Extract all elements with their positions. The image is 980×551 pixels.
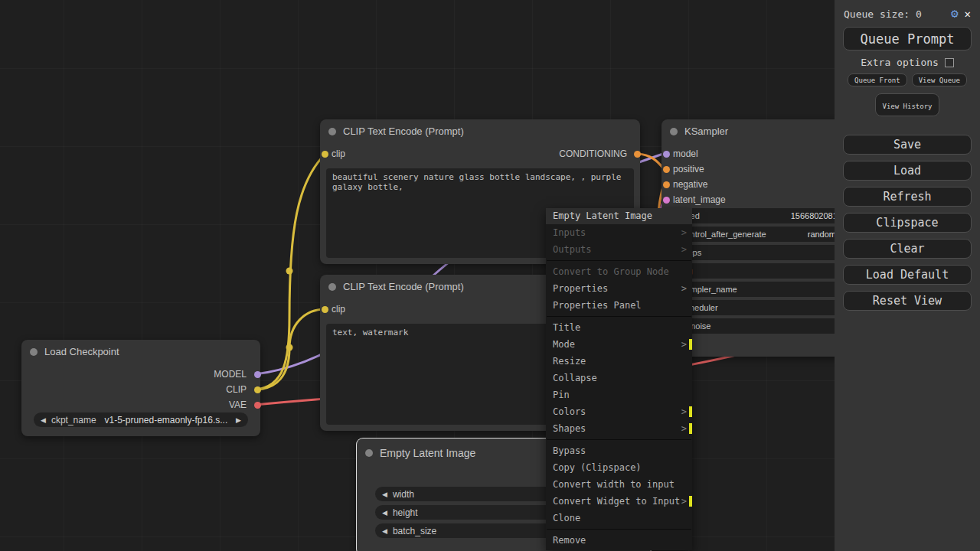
- menu-separator: [547, 439, 691, 440]
- control-after-generate-label: control_after_generate: [681, 230, 766, 239]
- combo-left-arrow-icon[interactable]: ◀: [41, 416, 46, 424]
- negative-input-label: negative: [673, 179, 707, 190]
- submenu-accent-bar: [689, 496, 692, 507]
- collapse-dot-icon[interactable]: [30, 348, 38, 356]
- width-label: width: [393, 489, 414, 500]
- widget-left-arrow-icon[interactable]: ◀: [382, 527, 387, 535]
- menu-item-remove[interactable]: Remove: [546, 532, 692, 549]
- load-default-button[interactable]: Load Default: [843, 265, 972, 285]
- context-menu-title: Empty Latent Image: [546, 208, 692, 224]
- ckpt-name-label: ckpt_name: [51, 415, 96, 425]
- menu-item-mode[interactable]: Mode>: [546, 336, 692, 353]
- close-icon[interactable]: ✕: [965, 8, 971, 20]
- node-header: CLIP Text Encode (Prompt): [320, 119, 640, 143]
- save-button[interactable]: Save: [843, 135, 972, 155]
- collapse-dot-icon[interactable]: [365, 449, 373, 457]
- collapse-dot-icon[interactable]: [328, 283, 336, 291]
- comfy-menu-panel: Queue size: 0 ⚙ ✕ Queue Prompt Extra opt…: [835, 0, 980, 551]
- node-title: KSampler: [684, 126, 728, 137]
- menu-item-inputs[interactable]: Inputs>: [546, 224, 692, 241]
- wire-dot: [286, 268, 293, 275]
- submenu-arrow-icon: >: [681, 403, 687, 420]
- view-queue-button[interactable]: View Queue: [912, 73, 967, 86]
- widget-left-arrow-icon[interactable]: ◀: [382, 509, 387, 517]
- steps-widget[interactable]: ◀ steps ▶: [665, 245, 863, 260]
- menu-item-title[interactable]: Title: [546, 319, 692, 336]
- clipspace-button[interactable]: Clipspace: [843, 213, 972, 233]
- submenu-arrow-icon: >: [681, 280, 687, 297]
- latent-image-input-label: latent_image: [673, 194, 726, 205]
- collapse-dot-icon[interactable]: [670, 128, 678, 135]
- negative-input-slot[interactable]: [663, 181, 670, 188]
- menu-item-shapes[interactable]: Shapes>: [546, 420, 692, 437]
- view-history-button[interactable]: View History: [875, 93, 939, 116]
- menu-item-properties[interactable]: Properties>: [546, 280, 692, 297]
- vae-output-label: VAE: [229, 399, 247, 410]
- settings-gear-icon[interactable]: ⚙: [951, 8, 959, 20]
- menu-item-colors[interactable]: Colors>: [546, 403, 692, 420]
- collapse-dot-icon[interactable]: [328, 128, 336, 135]
- queue-prompt-button[interactable]: Queue Prompt: [843, 27, 972, 51]
- clip-input-label: clip: [332, 304, 345, 315]
- queue-size-label: Queue size: 0: [844, 8, 945, 20]
- menu-separator: [547, 529, 691, 530]
- menu-item-copy-clipspace[interactable]: Copy (Clipspace): [546, 459, 692, 476]
- node-title: CLIP Text Encode (Prompt): [343, 126, 464, 137]
- sampler-name-widget[interactable]: ◀ sampler_name ▶: [665, 282, 863, 297]
- refresh-button[interactable]: Refresh: [843, 187, 972, 207]
- positive-input-slot[interactable]: [663, 166, 670, 173]
- submenu-arrow-icon: >: [681, 336, 687, 353]
- model-output-slot[interactable]: [254, 371, 261, 378]
- height-label: height: [393, 507, 418, 518]
- denoise-widget[interactable]: ◀ denoise ▶: [665, 318, 863, 334]
- control-after-generate-widget[interactable]: ◀ control_after_generate randomize ▶: [665, 227, 863, 242]
- clip-input-slot[interactable]: [322, 306, 328, 313]
- submenu-accent-bar: [689, 339, 692, 350]
- seed-widget[interactable]: ◀ seed 156680208174 ▶: [665, 208, 863, 223]
- node-title: CLIP Text Encode (Prompt): [343, 281, 464, 292]
- menu-item-resize[interactable]: Resize: [546, 353, 692, 370]
- model-input-slot[interactable]: [663, 151, 670, 158]
- clear-button[interactable]: Clear: [843, 239, 972, 259]
- menu-item-convert-width-to-input[interactable]: Convert width to input: [546, 476, 692, 493]
- submenu-arrow-icon: >: [681, 420, 687, 437]
- extra-options-checkbox[interactable]: [945, 58, 954, 67]
- node-load-checkpoint[interactable]: Load Checkpoint MODEL CLIP VAE ◀ ckpt_na…: [21, 340, 260, 436]
- widget-left-arrow-icon[interactable]: ◀: [382, 491, 387, 498]
- wire-dot: [286, 344, 293, 351]
- batch-size-label: batch_size: [393, 526, 436, 536]
- scheduler-widget[interactable]: ◀ scheduler ▶: [665, 300, 863, 315]
- submenu-accent-bar: [689, 406, 692, 417]
- clip-output-slot[interactable]: [254, 386, 261, 393]
- queue-front-button[interactable]: Queue Front: [848, 73, 907, 86]
- menu-item-outputs[interactable]: Outputs>: [546, 241, 692, 258]
- comfyui-canvas[interactable]: { "ui": { "arrow_left": "◀", "arrow_righ…: [0, 0, 980, 551]
- menu-item-bypass[interactable]: Bypass: [546, 442, 692, 459]
- submenu-arrow-icon: >: [681, 493, 687, 510]
- vae-output-slot[interactable]: [254, 402, 261, 409]
- clip-input-label: clip: [332, 148, 345, 159]
- ckpt-name-value: v1-5-pruned-emaonly-fp16.s...: [102, 415, 230, 425]
- menu-item-pin[interactable]: Pin: [546, 386, 692, 403]
- menu-item-collapse[interactable]: Collapse: [546, 370, 692, 386]
- combo-right-arrow-icon[interactable]: ▶: [236, 416, 241, 424]
- model-output-label: MODEL: [214, 369, 247, 380]
- node-title: Empty Latent Image: [380, 447, 475, 459]
- menu-item-clone[interactable]: Clone: [546, 510, 692, 527]
- menu-item-properties-panel[interactable]: Properties Panel: [546, 297, 692, 314]
- submenu-arrow-icon: >: [681, 224, 687, 241]
- load-button[interactable]: Load: [843, 161, 972, 181]
- clip-input-slot[interactable]: [322, 151, 328, 158]
- extra-options-label: Extra options: [861, 57, 939, 68]
- submenu-accent-bar: [689, 423, 692, 434]
- conditioning-output-label: CONDITIONING: [559, 148, 627, 159]
- model-input-label: model: [673, 148, 698, 159]
- menu-item-convert-widget-to-input[interactable]: Convert Widget to Input>: [546, 493, 692, 510]
- ckpt-name-combo[interactable]: ◀ ckpt_name v1-5-pruned-emaonly-fp16.s..…: [34, 412, 248, 427]
- reset-view-button[interactable]: Reset View: [843, 291, 972, 311]
- menu-item-convert-to-group-node[interactable]: Convert to Group Node: [546, 263, 692, 280]
- conditioning-output-slot[interactable]: [634, 151, 641, 158]
- latent-image-input-slot[interactable]: [663, 197, 670, 204]
- menu-separator: [547, 260, 691, 261]
- cfg-widget[interactable]: ◀ cfg ▶: [665, 263, 863, 279]
